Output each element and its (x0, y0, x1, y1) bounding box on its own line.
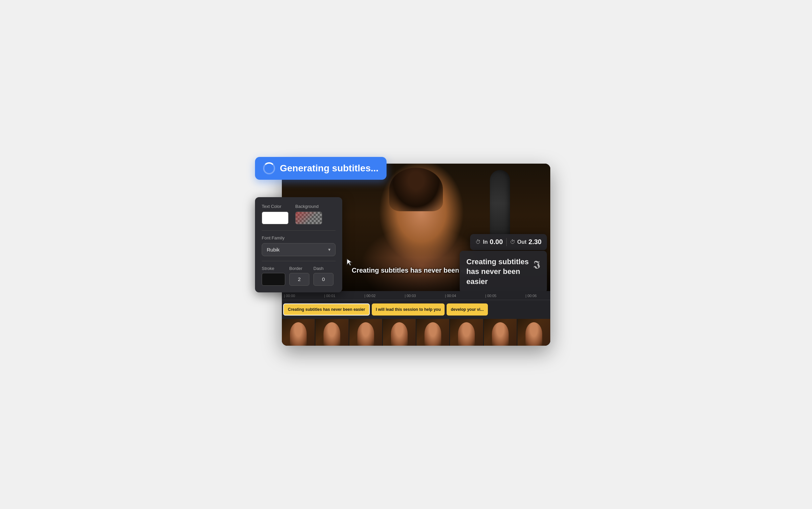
thumbnail-person-6 (492, 322, 509, 346)
font-family-group: Font Family Rubik ▾ (262, 235, 335, 256)
microphone-element (490, 170, 510, 237)
ruler-item-3: | 00:03 (403, 294, 443, 298)
generating-text: Generating subtitles... (280, 163, 379, 174)
background-label: Background (295, 204, 322, 209)
clip-text-2: develop your vi... (451, 307, 484, 312)
text-cursor-icon: 𝕴 (533, 258, 540, 272)
clip-text-0: Creating subtitles has never been easier (288, 307, 365, 312)
border-input[interactable]: 2 (289, 273, 310, 286)
timer-out-icon: ⏱ (510, 239, 515, 245)
thumbnail-person-3 (391, 322, 408, 346)
settings-panel: Text Color Background Font Family Rubik … (255, 197, 342, 293)
ruler-item-4: | 00:04 (443, 294, 483, 298)
timer-in-icon: ⏱ (476, 239, 481, 245)
ruler-item-1: | 00:01 (322, 294, 362, 298)
thumbnail-6 (484, 319, 517, 346)
subtitle-edit-card[interactable]: Creating subtitles has never been easier… (460, 251, 547, 291)
thumbnail-person-2 (357, 322, 374, 346)
font-family-value: Rubik (267, 247, 280, 252)
ruler-item-0: | 00:00 (282, 294, 322, 298)
out-label: Out (517, 239, 527, 245)
stroke-row: Stroke Border 2 Dash 0 (262, 266, 335, 286)
subtitle-edit-text[interactable]: Creating subtitles has never been easier (466, 257, 530, 287)
in-label: In (483, 239, 488, 245)
clip-text-1: I will lead this session to help you (376, 307, 441, 312)
thumbnail-4 (416, 319, 449, 346)
stroke-group: Stroke (262, 266, 285, 286)
hair-element (389, 168, 443, 211)
ruler-item-5: | 00:05 (483, 294, 523, 298)
thumbnail-0 (282, 319, 315, 346)
thumbnail-person-1 (323, 322, 340, 346)
thumbnail-5 (450, 319, 483, 346)
subtitle-clip-1[interactable]: I will lead this session to help you (372, 303, 445, 315)
dash-input[interactable]: 0 (314, 273, 333, 286)
border-group: Border 2 (289, 266, 310, 286)
border-label: Border (289, 266, 310, 271)
outer-container: Generating subtitles... Text Color Backg… (255, 154, 557, 356)
thumbnails-strip (282, 319, 550, 346)
subtitle-clip-0[interactable]: Creating subtitles has never been easier (283, 303, 370, 315)
in-value: 0.00 (490, 238, 503, 246)
font-family-select[interactable]: Rubik ▾ (262, 243, 335, 256)
background-group: Background (295, 204, 322, 224)
text-color-label: Text Color (262, 204, 289, 209)
inout-panel: ⏱ In 0.00 ⏱ Out 2.30 (470, 234, 547, 250)
dash-group: Dash 0 (314, 266, 333, 286)
thumbnail-3 (383, 319, 416, 346)
background-swatch[interactable] (295, 212, 322, 224)
in-section: ⏱ In 0.00 (476, 238, 502, 246)
timeline-area: | 00:00 | 00:01 | 00:02 | 00:03 | 00:04 … (282, 291, 550, 346)
ruler-item-2: | 00:02 (362, 294, 403, 298)
thumbnail-person-7 (525, 322, 542, 346)
subtitle-clip-2[interactable]: develop your vi... (447, 303, 488, 315)
dash-label: Dash (314, 266, 333, 271)
chevron-down-icon: ▾ (328, 247, 330, 252)
thumbnail-1 (316, 319, 348, 346)
inout-divider (506, 238, 507, 246)
timeline-clips: Creating subtitles has never been easier… (282, 300, 550, 319)
color-row: Text Color Background (262, 204, 335, 224)
ruler-item-6: | 00:06 (523, 294, 550, 298)
divider-1 (262, 230, 335, 231)
thumbnail-person-5 (458, 322, 475, 346)
thumbnail-person-4 (424, 322, 441, 346)
out-section: ⏱ Out 2.30 (510, 238, 542, 246)
thumbnail-person-0 (290, 322, 307, 346)
thumbnail-2 (349, 319, 382, 346)
out-value: 2.30 (528, 238, 542, 246)
text-color-group: Text Color (262, 204, 289, 224)
timeline-ruler: | 00:00 | 00:01 | 00:02 | 00:03 | 00:04 … (282, 291, 550, 300)
thumbnail-7 (517, 319, 550, 346)
text-color-swatch[interactable] (262, 212, 289, 224)
font-family-label: Font Family (262, 235, 335, 240)
spinner-icon (263, 162, 275, 174)
divider-2 (262, 261, 335, 261)
generating-badge: Generating subtitles... (255, 157, 387, 180)
stroke-label: Stroke (262, 266, 285, 271)
stroke-color-swatch[interactable] (262, 273, 285, 286)
